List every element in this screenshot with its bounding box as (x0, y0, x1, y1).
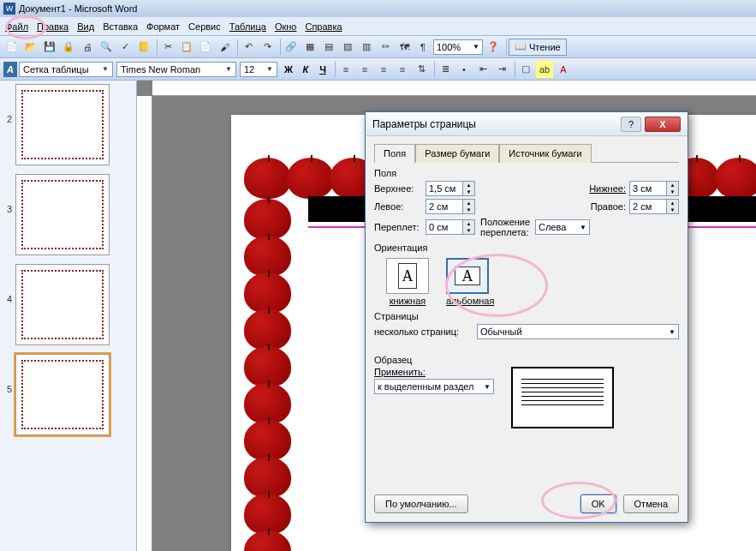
default-button[interactable]: По умолчанию... (374, 494, 468, 513)
dialog-close-button[interactable]: X (645, 117, 681, 132)
tab-margins[interactable]: Поля (374, 144, 415, 163)
paste-icon[interactable]: 📄 (197, 39, 214, 56)
dialog-tabs: Поля Размер бумаги Источник бумаги (374, 143, 679, 163)
gutter-position-combo[interactable]: Слева▼ (535, 219, 590, 235)
multipage-combo[interactable]: Обычный▼ (477, 324, 679, 339)
insert-table-icon[interactable]: ▤ (320, 39, 337, 56)
menu-format[interactable]: Формат (146, 21, 180, 32)
left-margin-spinner[interactable]: ▲▼ (426, 199, 475, 214)
spin-down-icon[interactable]: ▼ (463, 207, 474, 213)
excel-icon[interactable]: ▧ (339, 39, 356, 56)
orientation-landscape[interactable]: A альбомная (446, 258, 494, 306)
vertical-ruler[interactable] (137, 96, 152, 551)
show-marks-icon[interactable]: ¶ (414, 39, 432, 56)
spin-up-icon[interactable]: ▲ (463, 182, 474, 189)
style-combo[interactable]: Сетка таблицы▼ (19, 62, 113, 77)
thumb-number: 5 (3, 354, 15, 394)
cancel-button[interactable]: Отмена (623, 494, 679, 513)
redo-icon[interactable]: ↷ (259, 39, 276, 56)
page-thumbnail[interactable] (15, 84, 110, 165)
margins-section-label: Поля (374, 168, 679, 178)
align-right-icon[interactable]: ≡ (375, 61, 392, 78)
left-margin-input[interactable] (426, 199, 463, 214)
page-thumbnail[interactable] (15, 264, 110, 345)
align-center-icon[interactable]: ≡ (356, 61, 373, 78)
print-icon[interactable]: 🖨 (79, 39, 96, 56)
italic-button[interactable]: К (298, 62, 313, 77)
open-icon[interactable]: 📂 (22, 39, 39, 56)
save-icon[interactable]: 💾 (41, 39, 58, 56)
tab-paper-source[interactable]: Источник бумаги (499, 144, 591, 163)
menu-file[interactable]: Файл (5, 21, 28, 32)
apply-to-label: Применить: (374, 367, 494, 377)
size-combo[interactable]: 12▼ (240, 62, 277, 77)
columns-icon[interactable]: ▥ (358, 39, 375, 56)
menu-edit[interactable]: Правка (37, 21, 68, 32)
numbering-icon[interactable]: ≣ (437, 61, 454, 78)
hyperlink-icon[interactable]: 🔗 (283, 39, 300, 56)
menu-insert[interactable]: Вставка (103, 21, 138, 32)
right-margin-spinner[interactable]: ▲▼ (629, 199, 679, 214)
top-margin-input[interactable] (426, 181, 463, 196)
spin-down-icon[interactable]: ▼ (463, 227, 474, 234)
gutter-spinner[interactable]: ▲▼ (426, 219, 475, 235)
format-painter-icon[interactable]: 🖌 (216, 39, 233, 56)
cut-icon[interactable]: ✂ (159, 39, 176, 56)
line-spacing-icon[interactable]: ⇅ (413, 61, 430, 78)
tab-paper-size[interactable]: Размер бумаги (415, 144, 499, 163)
spin-up-icon[interactable]: ▲ (667, 200, 678, 207)
styles-icon[interactable]: A (3, 62, 17, 77)
horizontal-ruler[interactable] (152, 81, 756, 96)
left-margin-label: Левое: (374, 201, 426, 212)
spin-up-icon[interactable]: ▲ (667, 182, 678, 189)
decrease-indent-icon[interactable]: ⇤ (474, 61, 491, 78)
top-margin-spinner[interactable]: ▲▼ (426, 181, 475, 196)
highlight-icon[interactable]: ab (536, 61, 553, 78)
spin-down-icon[interactable]: ▼ (667, 207, 678, 213)
right-margin-input[interactable] (629, 199, 667, 214)
spin-down-icon[interactable]: ▼ (463, 189, 474, 195)
menu-view[interactable]: Вид (77, 21, 94, 32)
menu-tools[interactable]: Сервис (188, 21, 221, 32)
spellcheck-icon[interactable]: ✓ (116, 39, 134, 56)
read-mode-button[interactable]: 📖 Чтение (509, 39, 567, 56)
drawing-icon[interactable]: ✏ (377, 39, 394, 56)
menu-bar: Файл Правка Вид Вставка Формат Сервис Та… (0, 17, 756, 36)
page-thumbnail[interactable] (15, 174, 110, 255)
ok-button[interactable]: OK (580, 494, 616, 513)
spin-down-icon[interactable]: ▼ (667, 189, 678, 195)
help-icon[interactable]: ❓ (485, 39, 502, 56)
print-preview-icon[interactable]: 🔍 (98, 39, 115, 56)
bold-button[interactable]: Ж (281, 62, 296, 77)
page-thumbnail-selected[interactable] (15, 354, 110, 435)
spin-up-icon[interactable]: ▲ (463, 200, 474, 207)
align-justify-icon[interactable]: ≡ (394, 61, 411, 78)
doc-map-icon[interactable]: 🗺 (396, 39, 413, 56)
bottom-margin-input[interactable] (629, 181, 667, 196)
spin-up-icon[interactable]: ▲ (463, 220, 474, 227)
align-left-icon[interactable]: ≡ (337, 61, 354, 78)
orientation-label: Ориентация (374, 243, 679, 253)
increase-indent-icon[interactable]: ⇥ (493, 61, 510, 78)
bullets-icon[interactable]: • (455, 61, 473, 78)
dialog-title-bar[interactable]: Параметры страницы ? X (366, 112, 688, 136)
tables-borders-icon[interactable]: ▦ (301, 39, 318, 56)
menu-help[interactable]: Справка (305, 21, 342, 32)
font-color-icon[interactable]: A (555, 61, 572, 78)
borders-icon[interactable]: ▢ (517, 61, 534, 78)
menu-table[interactable]: Таблица (229, 21, 266, 32)
zoom-combo[interactable]: 100%▼ (433, 39, 483, 55)
apply-to-combo[interactable]: к выделенным раздел▼ (374, 379, 494, 394)
orientation-portrait[interactable]: A книжная (386, 258, 429, 306)
copy-icon[interactable]: 📋 (178, 39, 195, 56)
undo-icon[interactable]: ↶ (240, 39, 257, 56)
menu-window[interactable]: Окно (275, 21, 297, 32)
dialog-help-button[interactable]: ? (621, 117, 641, 132)
research-icon[interactable]: 📒 (135, 39, 152, 56)
font-combo[interactable]: Times New Roman▼ (116, 62, 236, 77)
underline-button[interactable]: Ч (315, 62, 330, 77)
bottom-margin-spinner[interactable]: ▲▼ (629, 181, 679, 196)
new-doc-icon[interactable]: 📄 (3, 39, 21, 56)
gutter-input[interactable] (426, 219, 463, 235)
permissions-icon[interactable]: 🔒 (60, 39, 77, 56)
